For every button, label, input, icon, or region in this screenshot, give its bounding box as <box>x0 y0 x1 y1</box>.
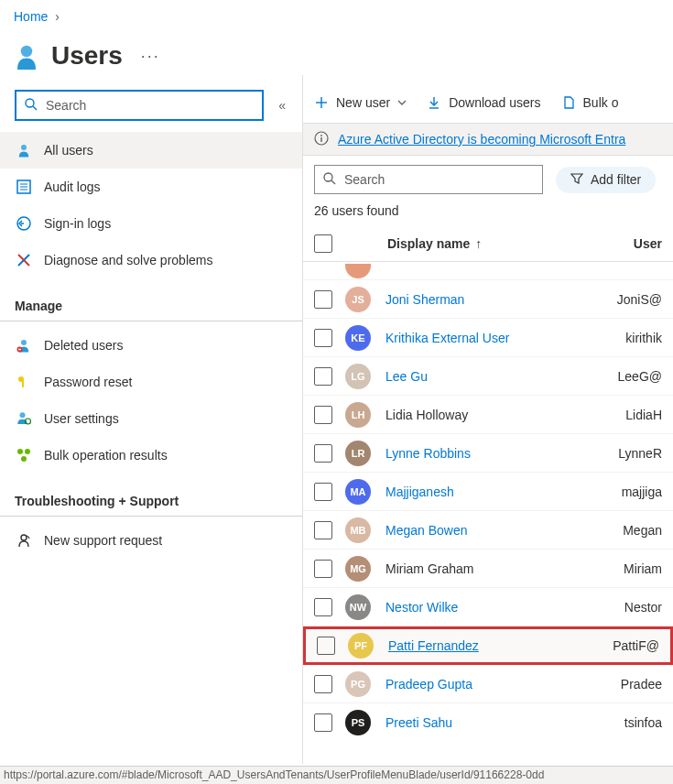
user-principal-name: kirithik <box>625 331 662 345</box>
breadcrumb-home[interactable]: Home <box>14 9 48 24</box>
sidebar-item-password-reset[interactable]: Password reset <box>0 364 302 400</box>
sidebar-item-label: Bulk operation results <box>44 448 168 463</box>
user-display-name[interactable]: Preeti Sahu <box>385 715 624 730</box>
row-checkbox[interactable] <box>314 560 332 578</box>
user-display-name[interactable]: Majjiganesh <box>385 485 622 499</box>
svg-point-18 <box>21 456 27 462</box>
info-banner: Azure Active Directory is becoming Micro… <box>303 123 673 156</box>
more-menu-icon[interactable]: ··· <box>141 47 160 66</box>
user-principal-name: LeeG@ <box>618 369 662 384</box>
user-principal-name: LidiaH <box>625 408 662 422</box>
row-checkbox[interactable] <box>314 713 332 732</box>
users-icon <box>13 40 40 71</box>
user-display-name[interactable]: Joni Sherman <box>385 292 617 307</box>
sidebar-item-diagnose[interactable]: Diagnose and solve problems <box>0 242 302 278</box>
row-checkbox[interactable] <box>314 521 332 539</box>
sidebar-search-input[interactable] <box>46 98 255 113</box>
select-all-checkbox[interactable] <box>314 234 332 253</box>
sidebar-item-deleted-users[interactable]: Deleted users <box>0 327 302 364</box>
user-display-name: Miriam Graham <box>385 561 624 576</box>
sidebar-item-label: Audit logs <box>44 180 100 194</box>
avatar: MB <box>345 517 371 543</box>
avatar: PG <box>345 671 371 697</box>
user-display-name[interactable]: Krithika External User <box>385 331 625 345</box>
new-user-button[interactable]: New user <box>314 95 407 110</box>
row-checkbox[interactable] <box>314 444 332 463</box>
collapse-sidebar-icon[interactable]: « <box>278 98 291 113</box>
sidebar: « All users Audit logs Sign-in logs Diag… <box>0 75 302 764</box>
user-display-name[interactable]: Pradeep Gupta <box>385 677 621 691</box>
table-row[interactable]: LRLynne RobbinsLynneR <box>303 434 673 473</box>
user-display-name[interactable]: Megan Bowen <box>385 523 623 538</box>
row-checkbox[interactable] <box>314 290 332 309</box>
key-icon <box>15 373 33 391</box>
row-checkbox[interactable] <box>314 406 332 424</box>
row-checkbox[interactable] <box>314 675 332 693</box>
svg-point-1 <box>26 99 34 107</box>
search-icon <box>24 97 38 114</box>
sidebar-item-all-users[interactable]: All users <box>0 132 302 169</box>
table-row[interactable]: PSPreeti Sahutsinfoa <box>303 703 673 738</box>
svg-point-25 <box>320 135 322 136</box>
table-row[interactable]: MAMajjiganeshmajjiga <box>303 473 673 511</box>
table-row[interactable]: JSJoni ShermanJoniS@ <box>303 280 673 319</box>
search-icon <box>322 171 337 189</box>
info-banner-link[interactable]: Azure Active Directory is becoming Micro… <box>338 132 625 147</box>
sidebar-item-signin-logs[interactable]: Sign-in logs <box>0 205 302 242</box>
table-row[interactable]: NWNestor WilkeNestor <box>303 588 673 626</box>
bulk-icon <box>15 446 33 464</box>
user-display-name[interactable]: Nestor Wilke <box>385 600 624 615</box>
sidebar-item-label: Password reset <box>44 375 132 389</box>
list-icon <box>15 178 33 196</box>
table-row[interactable]: PGPradeep GuptaPradee <box>303 665 673 703</box>
svg-point-0 <box>21 46 33 58</box>
users-search[interactable] <box>314 165 543 194</box>
users-search-input[interactable] <box>344 172 535 187</box>
sort-asc-icon: ↑ <box>475 236 482 251</box>
deleted-user-icon <box>15 336 33 354</box>
user-display-name[interactable]: Lynne Robbins <box>385 446 618 461</box>
sidebar-item-user-settings[interactable]: User settings <box>0 400 302 437</box>
filter-icon <box>570 172 583 188</box>
add-filter-button[interactable]: Add filter <box>556 167 656 193</box>
row-checkbox[interactable] <box>314 483 332 501</box>
download-users-button[interactable]: Download users <box>427 95 540 110</box>
user-principal-name: Megan <box>623 523 662 538</box>
sidebar-item-label: Deleted users <box>44 338 123 353</box>
table-row[interactable] <box>303 262 673 280</box>
svg-line-2 <box>33 106 37 110</box>
sidebar-item-bulk-results[interactable]: Bulk operation results <box>0 437 302 474</box>
column-display-name[interactable]: Display name ↑ <box>387 236 482 251</box>
users-table-body: JSJoni ShermanJoniS@KEKrithika External … <box>303 262 673 738</box>
row-checkbox[interactable] <box>314 329 332 347</box>
table-row[interactable]: MGMiriam GrahamMiriam <box>303 550 673 588</box>
avatar <box>345 264 371 278</box>
sidebar-search[interactable] <box>15 90 264 121</box>
chevron-down-icon <box>397 95 407 110</box>
row-checkbox[interactable] <box>314 598 332 616</box>
user-principal-name: tsinfoa <box>624 715 662 730</box>
user-display-name[interactable]: Lee Gu <box>385 369 618 384</box>
sidebar-item-audit-logs[interactable]: Audit logs <box>0 169 302 205</box>
bulk-operations-button[interactable]: Bulk o <box>561 95 619 110</box>
user-display-name[interactable]: Patti Fernandez <box>388 638 613 653</box>
sidebar-item-label: Sign-in logs <box>44 216 111 231</box>
document-icon <box>561 95 576 110</box>
table-row[interactable]: MBMegan BowenMegan <box>303 511 673 550</box>
table-row[interactable]: KEKrithika External Userkirithik <box>303 319 673 357</box>
column-upn[interactable]: User <box>634 236 662 251</box>
add-filter-label: Add filter <box>591 172 641 187</box>
avatar: KE <box>345 325 371 351</box>
avatar: PF <box>348 633 374 659</box>
svg-point-14 <box>20 412 26 418</box>
table-row[interactable]: LGLee GuLeeG@ <box>303 357 673 396</box>
row-checkbox[interactable] <box>314 367 332 386</box>
table-row[interactable]: PFPatti FernandezPattiF@ <box>303 626 673 665</box>
sidebar-section-manage: Manage <box>0 278 302 321</box>
table-row[interactable]: LHLidia HollowayLidiaH <box>303 396 673 434</box>
svg-point-19 <box>21 535 27 540</box>
row-checkbox[interactable] <box>317 637 335 655</box>
user-principal-name: majjiga <box>622 485 662 499</box>
user-principal-name: Nestor <box>624 600 662 615</box>
sidebar-item-support-request[interactable]: New support request <box>0 522 302 559</box>
